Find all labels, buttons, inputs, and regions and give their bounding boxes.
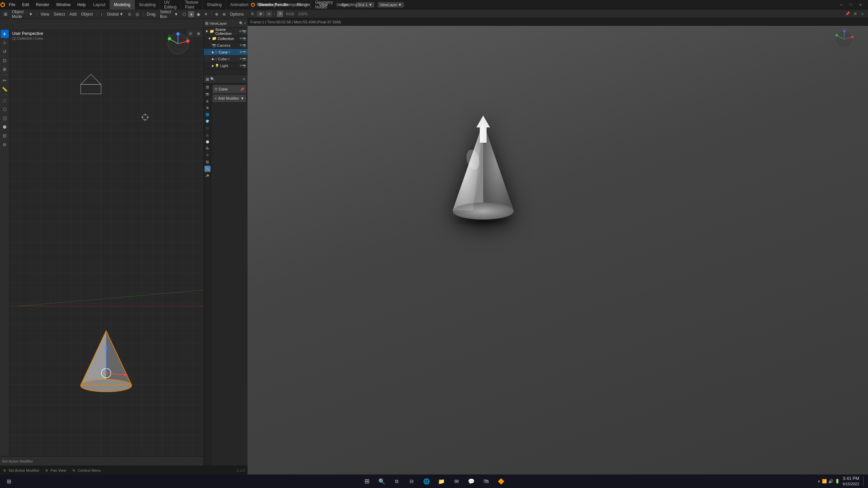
prop-scene-data-icon[interactable]: 🌐 xyxy=(204,111,211,118)
tool-add-cube[interactable]: □ xyxy=(1,96,9,104)
wireframe-toggle[interactable]: ⬡ xyxy=(181,11,188,17)
tab-texture-paint[interactable]: Texture Paint xyxy=(181,0,203,9)
rendered-preview[interactable]: ☀ xyxy=(202,11,210,17)
menu-window[interactable]: Window xyxy=(53,0,74,9)
taskbar-mail[interactable]: ✉ xyxy=(450,475,463,487)
light-expand-icon[interactable]: ▶ xyxy=(212,64,214,67)
tab-rendering[interactable]: Rendering xyxy=(253,0,280,9)
add-menu[interactable]: Add xyxy=(68,11,78,17)
prop-physics-icon[interactable]: ⚛ xyxy=(204,152,211,158)
taskbar-blender[interactable]: 🔶 xyxy=(494,475,508,487)
tab-geometry-nodes[interactable]: Geometry Nodes xyxy=(311,0,337,9)
prop-scene-icon[interactable]: 🎬 xyxy=(204,84,211,90)
taskbar-task-view[interactable]: ⧉ xyxy=(390,475,403,487)
solid-shading[interactable]: ● xyxy=(188,11,194,17)
outliner-options[interactable]: ≡ xyxy=(244,21,246,25)
menu-file[interactable]: File xyxy=(5,0,19,9)
props-options[interactable]: ⚙ xyxy=(242,77,245,81)
tab-layout[interactable]: Layout xyxy=(89,0,110,9)
col-cam-btn[interactable]: 📷 xyxy=(242,37,246,40)
tool-knife[interactable]: ⊘ xyxy=(1,140,9,148)
prop-modifiers-icon[interactable]: 🔧 xyxy=(204,166,211,172)
tool-transform[interactable]: ⊞ xyxy=(1,65,9,73)
collection-expand[interactable]: ▼ xyxy=(208,37,211,40)
props-search-icon[interactable]: 🔍 xyxy=(210,77,215,81)
cone-expand-icon[interactable]: ▶ xyxy=(212,50,214,54)
prop-viewlayer-icon[interactable]: ⊞ xyxy=(204,105,211,111)
view-menu[interactable]: View xyxy=(39,11,51,17)
add-modifier-btn[interactable]: + Add Modifier ▼ xyxy=(213,95,246,102)
cam-render-btn[interactable]: 📷 xyxy=(242,44,246,47)
tool-rotate[interactable]: ↺ xyxy=(1,47,9,56)
select-box-btn[interactable]: Select Box ▼ xyxy=(158,9,180,20)
tool-measure[interactable]: 📏 xyxy=(1,85,9,93)
object-menu[interactable]: Object xyxy=(79,11,95,17)
tool-cursor[interactable]: ✛ xyxy=(1,30,9,38)
battery-icon[interactable]: 🔋 xyxy=(835,479,840,484)
render-channels-btn[interactable]: RGB xyxy=(284,11,295,17)
transform-icon[interactable]: ↕ xyxy=(99,11,104,17)
select-menu[interactable]: Select xyxy=(52,11,66,17)
outliner-collection-row[interactable]: ▼ 📁 Collection 👁 📷 xyxy=(204,35,248,42)
overlay-btn[interactable]: ⊕ xyxy=(195,30,202,37)
snap-toggle[interactable]: ⊙ xyxy=(126,11,133,17)
filter-icon[interactable]: 🔍 xyxy=(239,21,243,25)
cam-vis-btn[interactable]: 👁 xyxy=(239,44,242,47)
outliner-light-row[interactable]: ▶ 💡 Light 👁 📷 xyxy=(204,62,248,69)
render-exposure-btn[interactable]: ☀ xyxy=(277,11,283,17)
menu-render[interactable]: Render xyxy=(33,0,53,9)
outliner-camera-btn[interactable]: 📷 xyxy=(242,29,246,33)
outliner-cone-row[interactable]: ▶ ▽ Cone V 👁 📷 xyxy=(204,49,248,56)
show-desktop-btn[interactable] xyxy=(863,476,865,486)
object-mode-selector[interactable]: Object Mode ▼ xyxy=(10,9,35,20)
light-vis-btn[interactable]: 👁 xyxy=(239,64,242,67)
tool-extrude[interactable]: ⬡ xyxy=(1,105,9,113)
material-preview[interactable]: ◉ xyxy=(195,11,202,17)
menu-help[interactable]: Help xyxy=(74,0,89,9)
options-btn[interactable]: Options xyxy=(228,11,245,17)
overlay-toggle[interactable]: ⊕ xyxy=(213,11,220,17)
render-minimize[interactable]: ─ xyxy=(837,1,846,8)
prop-mesh-icon[interactable]: △ xyxy=(204,132,211,138)
proportional-edit[interactable]: ◎ xyxy=(134,11,141,17)
arrow-up-icon[interactable]: ∧ xyxy=(817,479,821,484)
tool-inset[interactable]: ◫ xyxy=(1,114,9,122)
orientation-selector[interactable]: Global ▼ xyxy=(105,11,125,17)
tab-modeling[interactable]: Modeling xyxy=(110,0,135,9)
cone-render-btn[interactable]: 📷 xyxy=(242,50,246,54)
taskbar-clock[interactable]: 3:41 PM 9/15/2022 xyxy=(843,476,859,486)
outliner-camera-row[interactable]: 📷 Camera 👁 📷 xyxy=(204,42,248,49)
prop-constraints-icon[interactable]: ⛓ xyxy=(204,159,211,165)
taskbar-start-menu[interactable]: ⊞ xyxy=(360,475,374,487)
start-button[interactable]: ⊞ xyxy=(3,475,15,487)
taskbar-file-explorer[interactable]: 📁 xyxy=(435,475,448,487)
cube-vis-btn[interactable]: 👁 xyxy=(239,57,242,61)
tab-uv-editing[interactable]: UV Editing xyxy=(160,0,181,9)
viewport-canvas[interactable]: User Perspective (1) Collection | Cone X… xyxy=(9,28,203,456)
render-maximize[interactable]: □ xyxy=(847,1,855,8)
prop-material-icon[interactable]: ⬤ xyxy=(204,139,211,145)
tab-sculpting[interactable]: Sculpting xyxy=(135,0,160,9)
network-icon[interactable]: 📶 xyxy=(822,479,827,484)
prop-render-icon[interactable]: 📷 xyxy=(204,91,211,97)
expand-icon[interactable]: ▼ xyxy=(205,29,209,33)
taskbar-store[interactable]: 🛍 xyxy=(479,475,493,487)
snap-settings-btn[interactable]: ⊙ xyxy=(186,30,194,37)
editor-type-selector[interactable]: ⊞ xyxy=(2,11,9,17)
menu-edit[interactable]: Edit xyxy=(19,0,33,9)
gizmo-toggle[interactable]: ⊚ xyxy=(221,11,228,17)
tab-shading[interactable]: Shading xyxy=(203,0,226,9)
tool-loop-cut[interactable]: ⊟ xyxy=(1,131,9,140)
tab-animation[interactable]: Animation xyxy=(226,0,253,9)
render-viewlayer[interactable]: ViewLayer ▼ xyxy=(378,2,404,7)
render-canvas[interactable] xyxy=(248,26,868,474)
taskbar-teams[interactable]: 💬 xyxy=(465,475,478,487)
volume-icon[interactable]: 🔊 xyxy=(828,479,833,484)
prop-output-icon[interactable]: 🖨 xyxy=(204,98,211,104)
render-overlay-btn[interactable]: ⊕ xyxy=(852,11,859,17)
tool-annotate[interactable]: ✏ xyxy=(1,76,9,84)
col-vis-btn[interactable]: 👁 xyxy=(239,37,242,40)
pin-icon[interactable]: 📌 xyxy=(240,87,244,91)
taskbar-widgets[interactable]: ⊟ xyxy=(405,475,418,487)
render-pause-btn[interactable]: ⏸ xyxy=(257,11,264,17)
